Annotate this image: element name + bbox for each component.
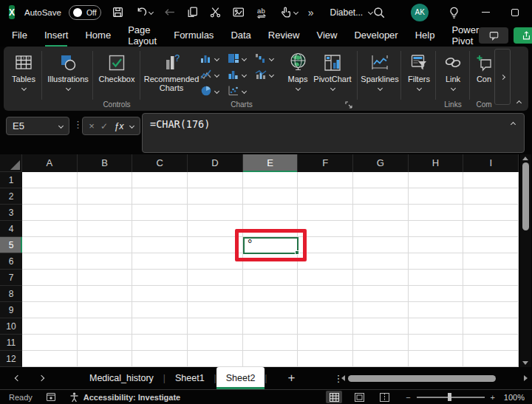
search-icon[interactable] [372,6,386,19]
excel-app-icon[interactable]: X [9,5,15,19]
autosave-toggle[interactable]: Off [69,5,101,20]
comment-button-truncated[interactable]: Con [472,50,496,83]
horizontal-scroll-thumb[interactable] [348,375,496,382]
maximize-button[interactable] [500,0,530,24]
name-box[interactable]: E5 [6,117,69,135]
chevron-down-icon[interactable] [129,123,134,129]
column-header-e[interactable]: E [243,154,299,172]
scroll-left-icon[interactable] [341,375,345,381]
chevron-down-icon[interactable] [293,10,299,15]
pie-chart-button[interactable] [200,83,225,98]
avatar[interactable]: AK [411,4,429,21]
translate-icon[interactable]: ab [256,6,269,18]
touch-mode-button[interactable] [279,6,298,18]
pivotchart-button[interactable]: PivotChart [310,50,355,90]
hierarchy-chart-button[interactable] [228,51,253,66]
column-header-d[interactable]: D [188,154,243,172]
column-header-f[interactable]: F [298,154,353,172]
accessibility-icon[interactable] [69,392,79,403]
zoom-slider[interactable] [417,397,485,398]
row-header-5[interactable]: 5 [0,237,22,253]
illustrations-button[interactable]: Illustrations [44,50,92,90]
scatter-chart-button[interactable] [228,83,253,98]
link-button[interactable]: Link [438,50,468,90]
vertical-scrollbar[interactable] [520,154,531,367]
combo-chart-button[interactable] [255,67,280,82]
menu-item-data[interactable]: Data [231,26,250,45]
menu-item-formulas[interactable]: Formulas [174,26,214,45]
menu-item-help[interactable]: Help [415,26,435,45]
vertical-scroll-thumb[interactable] [522,162,529,230]
macro-record-icon[interactable] [46,392,56,402]
cut-scissors-icon[interactable] [209,6,222,18]
sparklines-button[interactable]: Sparklines [360,50,400,90]
accessibility-status[interactable]: Accessibility: Investigate [83,393,180,402]
row-header-9[interactable]: 9 [0,302,22,318]
select-all-button[interactable] [0,154,22,172]
charts-dialog-launcher-icon[interactable] [345,101,352,109]
column-chart-button[interactable] [200,51,225,66]
column-header-c[interactable]: C [132,154,188,172]
qat-overflow-icon[interactable]: » [308,7,314,18]
add-sheet-button[interactable]: + [287,371,295,386]
sheet-tab-sheet2[interactable]: Sheet2 [216,367,265,389]
row-header-12[interactable]: 12 [0,351,22,367]
cell-area[interactable] [22,172,519,367]
insert-function-icon[interactable]: ƒx [114,121,123,131]
picture-icon[interactable] [232,6,245,18]
horizontal-scroll-track[interactable] [348,375,521,382]
share-button[interactable] [514,27,532,44]
column-header-b[interactable]: B [78,154,133,172]
zoom-level[interactable]: 100% [501,393,525,402]
menu-item-file[interactable]: File [12,26,27,45]
row-header-7[interactable]: 7 [0,270,22,286]
scroll-right-icon[interactable] [524,375,528,381]
row-header-10[interactable]: 10 [0,318,22,335]
zoom-in-button[interactable]: + [491,393,495,402]
menu-item-insert[interactable]: Insert [44,26,69,45]
page-break-view-button[interactable] [376,391,392,403]
menu-item-review[interactable]: Review [268,26,300,45]
tables-button[interactable]: Tables [7,50,41,90]
row-header-4[interactable]: 4 [0,221,22,237]
menu-item-view[interactable]: View [316,26,337,45]
collapse-formula-bar-icon[interactable] [511,122,516,127]
zoom-out-button[interactable]: − [406,393,410,402]
column-header-a[interactable]: A [22,154,78,172]
row-header-3[interactable]: 3 [0,205,22,221]
formula-input[interactable]: =CHAR(176) [142,113,525,153]
lightbulb-icon[interactable] [448,6,460,19]
page-layout-view-button[interactable] [351,391,367,403]
row-header-8[interactable]: 8 [0,286,22,302]
chevron-down-icon[interactable] [149,10,154,15]
enter-check-icon[interactable]: ✓ [100,121,108,131]
collapse-ribbon-button[interactable] [514,98,524,107]
horizontal-scrollbar[interactable] [341,372,528,385]
undo-button[interactable] [134,6,153,18]
next-sheet-button[interactable] [35,376,47,380]
histogram-chart-button[interactable] [228,67,253,82]
scroll-up-icon[interactable] [522,157,528,160]
save-icon[interactable] [112,6,124,18]
recommended-charts-button[interactable]: ? Recommended Charts [143,50,200,92]
document-title[interactable]: Diabet... [330,7,373,18]
column-header-i[interactable]: I [463,154,519,172]
row-header-11[interactable]: 11 [0,335,22,351]
line-chart-button[interactable] [200,67,225,82]
menu-item-developer[interactable]: Developer [354,26,398,45]
zoom-slider-thumb[interactable] [448,393,451,401]
sheet-tab-medical-history[interactable]: Medical_history [80,367,163,389]
comments-button[interactable] [479,27,508,44]
checkbox-button[interactable]: Checkbox [95,50,138,83]
waterfall-chart-button[interactable] [255,51,280,66]
back-arrow-icon[interactable] [163,6,176,18]
filters-button[interactable]: Filters [404,50,434,90]
copy-icon[interactable] [186,6,199,18]
prev-sheet-button[interactable] [12,376,24,380]
row-header-6[interactable]: 6 [0,253,22,270]
column-header-h[interactable]: H [409,154,464,172]
cancel-icon[interactable]: × [89,120,95,131]
collapsed-group-strip[interactable] [494,49,511,105]
sheet-tab-sheet1[interactable]: Sheet1 [166,367,214,389]
normal-view-button[interactable] [326,391,342,403]
